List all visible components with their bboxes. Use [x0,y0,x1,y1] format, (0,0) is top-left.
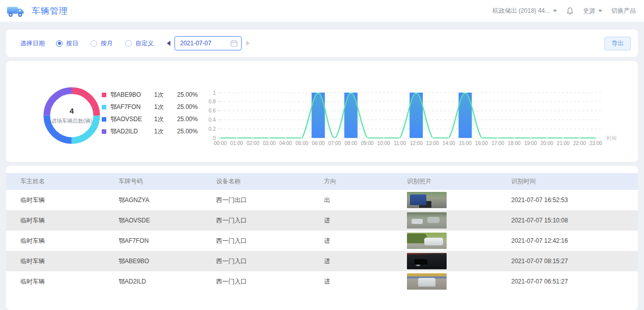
legend-plate-label: 鄂ABE9BO [110,91,154,99]
legend-item: 鄂AD2ILD1次25.00% [102,125,198,137]
header-right: 杭政储出 (2018) 44... 史源 切换产品 [492,7,636,15]
svg-text:10:00: 10:00 [377,140,390,146]
svg-text:07:00: 07:00 [328,140,341,146]
svg-text:0.6: 0.6 [209,108,216,114]
app-header: 车辆管理 杭政储出 (2018) 44... 史源 切换产品 [0,0,644,22]
legend-percent: 25.00% [177,91,198,98]
svg-text:1: 1 [213,90,216,96]
time-cell: 2021-07-07 12:42:16 [511,237,628,244]
photo-cell [407,192,511,208]
photo-cell [407,253,511,269]
svg-text:0: 0 [213,135,216,141]
table-row: 临时车辆鄂ABE9BO西一门入口进2021-07-07 08:15:27 [6,251,638,271]
svg-text:20:00: 20:00 [540,140,553,146]
svg-text:22:00: 22:00 [573,140,586,146]
org-selector-label: 杭政储出 (2018) 44... [492,7,550,15]
date-mode-radio-2[interactable]: 自定义 [125,39,154,48]
plate-cell: 鄂ABE9BO [119,257,216,266]
table-row: 临时车辆鄂AOVSDE西一门入口进2021-07-07 15:10:08 [6,210,638,231]
time-cell: 2021-07-07 15:10:08 [511,217,628,224]
donut-chart-svg [43,87,100,144]
table-header-row: 车主姓名车牌号码设备名称方向识别照片识别时间 [6,173,638,190]
photo-cell [407,233,511,249]
truck-logo-icon [6,4,25,18]
legend-item: 鄂AF7FON1次25.00% [102,101,198,113]
legend-count: 1次 [154,103,177,111]
svg-text:01:00: 01:00 [230,140,243,146]
svg-text:02:00: 02:00 [247,140,259,146]
legend-color-swatch [102,93,106,97]
column-header: 设备名称 [216,177,324,186]
export-button[interactable]: 导出 [604,37,631,50]
legend-count: 1次 [154,115,177,124]
direction-cell: 进 [324,237,407,245]
svg-text:08:00: 08:00 [344,140,357,146]
svg-text:03:00: 03:00 [263,140,276,146]
svg-text:15:00: 15:00 [459,140,472,146]
direction-cell: 进 [324,257,407,266]
radio-label: 按月 [101,39,113,48]
legend-plate-label: 鄂AOVSDE [110,115,154,124]
vehicle-management-page: 车辆管理 杭政储出 (2018) 44... 史源 切换产品 选择日期 按日按月… [0,0,644,310]
legend-color-swatch [102,129,106,134]
recognition-photo[interactable] [407,192,447,208]
direction-cell: 出 [324,196,407,205]
recognition-table-card: 车主姓名车牌号码设备名称方向识别照片识别时间 临时车辆鄂AGNZYA西一门出口出… [6,166,638,310]
photo-cell [407,273,511,290]
svg-text:时间: 时间 [606,135,617,141]
date-filter-bar: 选择日期 按日按月自定义 导出 [6,30,638,57]
svg-text:0.2: 0.2 [209,126,216,132]
device-cell: 西一门入口 [216,257,324,266]
device-cell: 西一门入口 [216,277,324,286]
svg-text:12:00: 12:00 [410,140,423,146]
plate-cell: 鄂AOVSDE [119,216,216,225]
org-selector-dropdown[interactable]: 杭政储出 (2018) 44... [492,7,557,15]
column-header: 方向 [324,177,407,186]
legend-plate-label: 鄂AF7FON [110,103,154,111]
svg-text:19:00: 19:00 [524,140,537,146]
legend-percent: 25.00% [177,128,198,135]
svg-text:06:00: 06:00 [312,140,325,146]
svg-text:0.8: 0.8 [209,99,216,104]
legend-plate-label: 鄂AD2ILD [110,127,154,136]
column-header: 车主姓名 [20,177,119,186]
svg-text:13:00: 13:00 [426,140,439,146]
chevron-down-icon [553,10,557,12]
svg-text:14:00: 14:00 [443,140,455,146]
calendar-icon [230,40,238,47]
recognition-photo[interactable] [407,273,447,290]
chevron-down-icon [598,10,602,12]
page-title: 车辆管理 [32,5,68,17]
radio-icon [125,40,132,47]
svg-text:00:00: 00:00 [214,140,226,146]
legend-count: 1次 [154,91,177,99]
legend-color-swatch [102,105,106,109]
recognition-photo[interactable] [407,253,447,269]
table-row: 临时车辆鄂AGNZYA西一门出口出2021-07-07 16:52:53 [6,190,638,210]
hourly-entry-chart: 00.20.40.60.8100:0001:0002:0003:0004:000… [202,83,638,152]
device-cell: 西一门入口 [216,216,324,225]
recognition-photo[interactable] [407,212,447,229]
photo-cell [407,212,511,229]
recognition-photo[interactable] [407,233,447,249]
date-mode-radio-1[interactable]: 按月 [91,39,113,48]
plate-cell: 鄂AD2ILD [119,277,216,286]
notification-bell-icon[interactable] [566,7,574,15]
date-mode-radio-0[interactable]: 按日 [56,39,78,48]
prev-date-arrow[interactable] [167,41,170,46]
direction-cell: 进 [324,216,407,225]
plate-cell: 鄂AGNZYA [119,196,216,205]
table-row: 临时车辆鄂AD2ILD西一门入口进2021-07-07 06:51:27 [6,271,638,292]
svg-text:0.4: 0.4 [209,117,216,123]
next-date-arrow[interactable] [246,41,250,46]
switch-product-link[interactable]: 切换产品 [611,7,636,15]
table-row: 临时车辆鄂AF7FON西一门入口进2021-07-07 12:42:16 [6,231,638,251]
svg-text:18:00: 18:00 [508,140,520,146]
column-header: 车牌号码 [119,177,216,186]
svg-text:23:00: 23:00 [590,140,602,146]
date-picker[interactable] [174,36,242,50]
user-menu[interactable]: 史源 [583,7,602,15]
svg-text:17:00: 17:00 [491,140,504,146]
donut-legend: 鄂ABE9BO1次25.00%鄂AF7FON1次25.00%鄂AOVSDE1次2… [102,89,198,137]
svg-text:16:00: 16:00 [475,140,488,146]
